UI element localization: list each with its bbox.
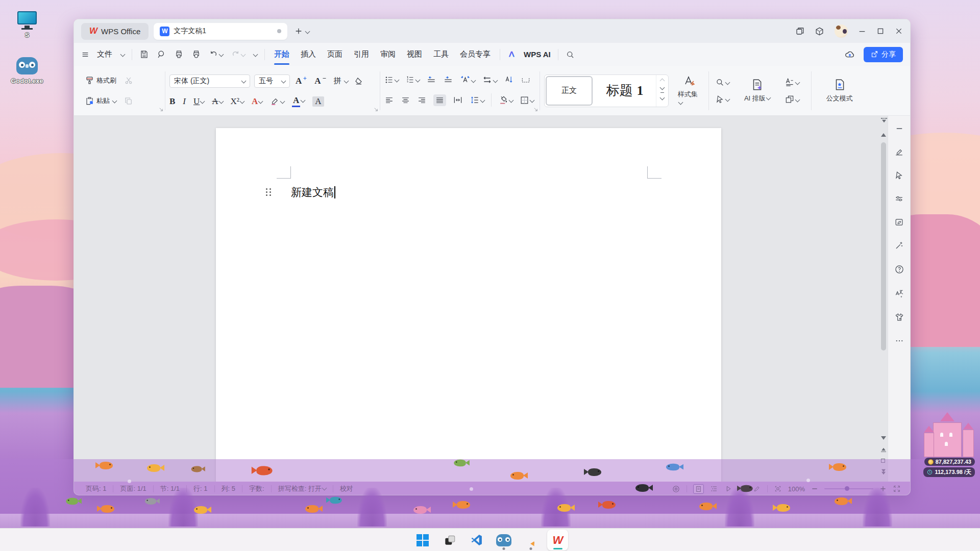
font-name-select[interactable]: 宋体 (正文) — [169, 74, 250, 88]
customize-quickbar-chevron-icon[interactable] — [253, 52, 258, 57]
scroll-up-button[interactable] — [881, 133, 886, 137]
ribbon-tab-view[interactable]: 视图 — [405, 48, 424, 60]
style-set-button[interactable]: 样式集 — [675, 74, 704, 108]
search-icon[interactable] — [566, 50, 575, 59]
distribute-icon[interactable] — [453, 95, 463, 105]
wps-ai-button[interactable]: WPS AI — [507, 50, 551, 59]
document-tab[interactable]: W 文字文稿1 — [154, 23, 287, 40]
stacked-windows-icon[interactable] — [795, 27, 804, 36]
file-menu[interactable]: 文件 — [81, 49, 125, 59]
ribbon-tab-review[interactable]: 审阅 — [378, 48, 398, 60]
eco-document-icon[interactable] — [894, 217, 904, 227]
status-column[interactable]: 列: 5 — [215, 484, 242, 493]
decrease-font-button[interactable]: A — [313, 76, 328, 86]
group-expander-icon[interactable] — [158, 107, 164, 112]
text-tools-button[interactable] — [785, 77, 799, 87]
redo-button[interactable] — [231, 49, 245, 59]
numbering-button[interactable] — [405, 75, 420, 85]
increase-font-button[interactable]: A — [294, 76, 309, 86]
desktop-icon-godot[interactable]: Godot.exe — [5, 57, 49, 85]
scrollbar-thumb[interactable] — [881, 142, 886, 350]
wrap-direction-button[interactable] — [482, 74, 497, 85]
borders-button[interactable] — [520, 95, 534, 105]
paragraph-drag-handle[interactable] — [266, 188, 272, 196]
status-page-count[interactable]: 页面: 1/1 — [113, 484, 153, 493]
undo-button[interactable] — [209, 49, 223, 59]
zoom-out-button[interactable] — [811, 485, 818, 492]
sort-icon[interactable] — [504, 74, 514, 85]
ribbon-tab-reference[interactable]: 引用 — [352, 48, 371, 60]
minimize-button[interactable] — [858, 27, 866, 35]
copy-icon[interactable] — [124, 96, 133, 106]
gallery-more-icon[interactable] — [660, 92, 664, 103]
outline-view-icon[interactable] — [710, 485, 718, 493]
previous-page-button[interactable] — [881, 447, 886, 452]
settings-sliders-icon[interactable] — [894, 194, 904, 204]
status-spellcheck[interactable]: 拼写检查: 打开 — [272, 484, 333, 493]
font-size-select[interactable]: 五号 — [254, 74, 290, 88]
more-icon[interactable] — [895, 336, 904, 345]
annotate-pen-icon[interactable] — [894, 147, 904, 157]
translate-icon[interactable] — [894, 288, 904, 298]
group-expander-icon[interactable] — [373, 107, 379, 112]
select-button[interactable] — [715, 94, 729, 104]
user-avatar[interactable] — [835, 24, 848, 38]
close-button[interactable] — [895, 27, 903, 35]
collapse-panel-icon[interactable] — [895, 124, 904, 133]
char-shading-button[interactable]: A — [312, 96, 324, 107]
export-pdf-icon[interactable] — [157, 49, 166, 59]
fit-page-icon[interactable] — [774, 485, 782, 493]
eye-protect-icon[interactable] — [672, 485, 680, 493]
ribbon-tab-member[interactable]: 会员专享 — [458, 48, 493, 60]
next-page-button[interactable] — [881, 469, 886, 475]
decrease-indent-icon[interactable] — [426, 74, 436, 85]
print-icon[interactable] — [174, 49, 184, 59]
strikethrough-button[interactable]: A — [212, 97, 223, 106]
collapse-ribbon-button[interactable] — [881, 118, 887, 123]
bold-button[interactable]: B — [169, 97, 175, 106]
justify-button[interactable] — [433, 94, 446, 106]
text-effect-button[interactable]: A — [252, 97, 262, 106]
cloud-upload-icon[interactable] — [844, 49, 855, 60]
ai-layout-button[interactable]: AI 排版 — [741, 77, 773, 104]
underline-button[interactable]: U — [193, 97, 204, 106]
tab-stops-icon[interactable] — [521, 74, 531, 85]
ribbon-tab-page[interactable]: 页面 — [325, 48, 345, 60]
group-expander-icon[interactable] — [533, 107, 538, 112]
line-spacing-button[interactable] — [470, 95, 484, 105]
ribbon-tab-insert[interactable]: 插入 — [299, 48, 318, 60]
zoom-level[interactable]: 100% — [788, 485, 805, 493]
official-doc-mode-button[interactable]: 公文模式 — [823, 77, 856, 104]
taskbar-item-aquarium[interactable] — [520, 530, 541, 550]
skin-theme-icon[interactable] — [894, 312, 904, 322]
magic-wand-icon[interactable] — [894, 241, 904, 251]
taskbar-item-vscode[interactable] — [466, 530, 487, 550]
bullets-button[interactable] — [384, 75, 399, 85]
shading-button[interactable] — [498, 95, 513, 105]
find-button[interactable] — [715, 78, 729, 87]
vertical-scrollbar[interactable] — [879, 116, 888, 482]
components-box-icon[interactable] — [815, 27, 824, 36]
gallery-down-icon[interactable] — [659, 85, 665, 90]
select-cursor-icon[interactable] — [894, 170, 904, 180]
cut-icon[interactable] — [124, 76, 133, 85]
page-view-button[interactable] — [693, 484, 704, 494]
superscript-button[interactable]: X² — [231, 97, 244, 106]
style-normal[interactable]: 正文 — [546, 76, 593, 106]
document-canvas[interactable]: 新建文稿 — [74, 116, 910, 482]
start-button[interactable] — [412, 530, 433, 550]
align-right-icon[interactable] — [417, 95, 427, 105]
share-button[interactable]: 分享 — [864, 47, 903, 62]
ribbon-tab-home[interactable]: 开始 — [272, 48, 291, 60]
fullscreen-icon[interactable] — [893, 485, 901, 493]
ribbon-tab-tools[interactable]: 工具 — [431, 48, 451, 60]
new-tab-button[interactable] — [295, 27, 309, 35]
style-heading1[interactable]: 标题 1 — [594, 75, 656, 107]
status-proofread[interactable]: 校对 — [333, 484, 360, 493]
align-left-icon[interactable] — [384, 95, 394, 105]
desktop-icon-computer[interactable]: S — [5, 11, 49, 39]
browse-object-button[interactable] — [881, 459, 885, 463]
paste-button[interactable]: 粘贴 — [83, 95, 118, 107]
taskbar-item-wps[interactable]: W — [547, 530, 568, 550]
zoom-slider-handle[interactable] — [845, 486, 849, 491]
